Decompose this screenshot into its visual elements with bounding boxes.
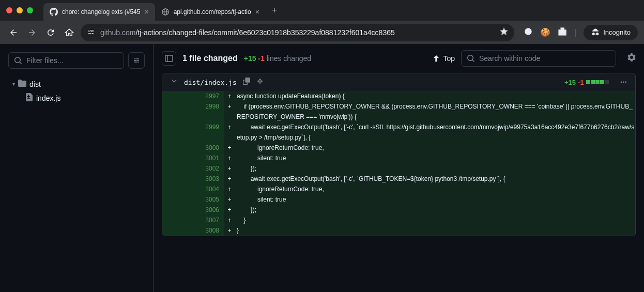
- diff-line[interactable]: 3008+}: [162, 225, 635, 236]
- line-number-old: [162, 205, 193, 215]
- diff-line[interactable]: 3006+ });: [162, 205, 635, 215]
- collapse-file-button[interactable]: [171, 78, 178, 87]
- nav-right: 🍪 | Incognito: [524, 25, 638, 40]
- maximize-window-button[interactable]: [27, 7, 33, 13]
- folder-name: dist: [29, 80, 41, 88]
- diff-code: await exec.getExecOutput('bash', ['-c', …: [235, 174, 635, 184]
- home-button[interactable]: [62, 25, 76, 40]
- scroll-top-link[interactable]: Top: [433, 54, 455, 63]
- line-number-old: [162, 101, 193, 122]
- copy-path-button[interactable]: [243, 78, 250, 87]
- tab-close-icon[interactable]: ×: [255, 8, 259, 16]
- diff-header: 1 file changed +15 -1 lines changed Top …: [154, 44, 644, 73]
- settings-button[interactable]: [627, 53, 636, 64]
- line-number: 3008: [193, 225, 224, 236]
- incognito-badge[interactable]: Incognito: [584, 25, 638, 40]
- more-options-button[interactable]: ···: [620, 78, 627, 87]
- file-diff-block: dist/index.js +15 -1: [162, 73, 636, 236]
- file-sidebar: Filter files... ▾ dist index.js: [0, 44, 154, 292]
- expand-all-button[interactable]: [256, 78, 264, 87]
- diff-line[interactable]: 3007+ }: [162, 215, 635, 225]
- forward-button[interactable]: [25, 25, 39, 40]
- search-icon: [14, 56, 22, 65]
- new-tab-button[interactable]: +: [272, 5, 278, 16]
- address-bar[interactable]: github.com/tj-actions/changed-files/comm…: [81, 24, 514, 41]
- diff-marker: +: [224, 101, 235, 122]
- diff-code: async function updateFeatures(token) {: [235, 91, 635, 101]
- line-number: 2998: [193, 101, 224, 122]
- browser-chrome: chore: changelog exts (#545 × api.github…: [0, 0, 644, 44]
- reload-button[interactable]: [43, 25, 58, 40]
- extension-icon-2[interactable]: 🍪: [540, 27, 550, 37]
- minimize-window-button[interactable]: [17, 7, 23, 13]
- diff-line[interactable]: 3001+ silent: true: [162, 153, 635, 163]
- diff-line[interactable]: 3005+ silent: true: [162, 194, 635, 205]
- diff-line[interactable]: 2999+ await exec.getExecOutput('bash', […: [162, 122, 635, 143]
- globe-icon: [161, 8, 170, 16]
- nav-bar: github.com/tj-actions/changed-files/comm…: [0, 21, 644, 44]
- tab-title: chore: changelog exts (#545: [62, 8, 140, 16]
- chevron-down-icon: ▾: [12, 81, 15, 87]
- file-name: index.js: [36, 94, 60, 102]
- diff-marker: +: [224, 153, 235, 163]
- bookmark-icon[interactable]: [500, 27, 508, 37]
- filter-settings-button[interactable]: [128, 52, 145, 69]
- diff-marker: +: [224, 91, 235, 101]
- line-number: 3001: [193, 153, 224, 163]
- line-number: 3003: [193, 174, 224, 184]
- diff-line[interactable]: 2998+ if (process.env.GITHUB_REPOSITORY_…: [162, 101, 635, 122]
- tab-title: api.github.com/repos/tj-actio: [174, 8, 251, 16]
- extension-icon[interactable]: [524, 27, 533, 38]
- line-number: 3007: [193, 215, 224, 225]
- line-number: 2997: [193, 91, 224, 101]
- diff-code: }: [235, 215, 635, 225]
- diff-line[interactable]: 3002+ });: [162, 163, 635, 174]
- file-path[interactable]: dist/index.js: [184, 79, 237, 86]
- close-window-button[interactable]: [6, 7, 12, 13]
- line-number: 3000: [193, 143, 224, 153]
- diff-marker: +: [224, 174, 235, 184]
- incognito-label: Incognito: [603, 28, 631, 36]
- tree-folder[interactable]: ▾ dist: [8, 77, 145, 91]
- folder-icon: [18, 79, 26, 89]
- diff-line[interactable]: 3000+ ignoreReturnCode: true,: [162, 143, 635, 153]
- line-number-old: [162, 122, 193, 143]
- back-button[interactable]: [6, 25, 21, 40]
- extensions-icon[interactable]: [558, 27, 567, 38]
- line-number: 3002: [193, 163, 224, 174]
- diff-blocks: [586, 80, 609, 84]
- tab-close-icon[interactable]: ×: [144, 8, 148, 16]
- site-settings-icon[interactable]: [87, 27, 95, 37]
- diff-code: if (process.env.GITHUB_REPOSITORY_OWNER …: [235, 101, 635, 122]
- line-number: 3005: [193, 194, 224, 205]
- file-diff-stats: +15 -1: [564, 79, 609, 86]
- diff-line[interactable]: 2997+async function updateFeatures(token…: [162, 91, 635, 101]
- diff-line[interactable]: 3004+ ignoreReturnCode: true,: [162, 184, 635, 194]
- tab-bar: chore: changelog exts (#545 × api.github…: [0, 0, 644, 21]
- diff-marker: +: [224, 143, 235, 153]
- browser-tab[interactable]: api.github.com/repos/tj-actio ×: [155, 3, 266, 21]
- diff-code: }: [235, 225, 635, 236]
- diff-code: });: [235, 205, 635, 215]
- line-number-old: [162, 215, 193, 225]
- file-count: 1 file changed: [182, 54, 238, 63]
- line-number: 2999: [193, 122, 224, 143]
- search-code-input[interactable]: Search within code: [461, 50, 616, 67]
- diff-content: 2997+async function updateFeatures(token…: [162, 91, 635, 236]
- file-tree: ▾ dist index.js: [8, 77, 145, 105]
- line-number: 3006: [193, 205, 224, 215]
- url: github.com/tj-actions/changed-files/comm…: [100, 28, 395, 37]
- diff-marker: +: [224, 225, 235, 236]
- diff-code: ignoreReturnCode: true,: [235, 143, 635, 153]
- svg-point-3: [525, 28, 532, 35]
- arrow-up-icon: [433, 55, 440, 62]
- diff-code: silent: true: [235, 194, 635, 205]
- tree-file[interactable]: index.js: [8, 91, 145, 105]
- filter-files-input[interactable]: Filter files...: [8, 52, 124, 69]
- diff-line[interactable]: 3003+ await exec.getExecOutput('bash', […: [162, 174, 635, 184]
- toggle-sidebar-button[interactable]: [162, 51, 176, 66]
- file-diff-icon: [25, 93, 33, 103]
- diff-code: await exec.getExecOutput('bash', ['-c', …: [235, 122, 635, 143]
- line-number-old: [162, 91, 193, 101]
- browser-tab-active[interactable]: chore: changelog exts (#545 ×: [43, 3, 155, 21]
